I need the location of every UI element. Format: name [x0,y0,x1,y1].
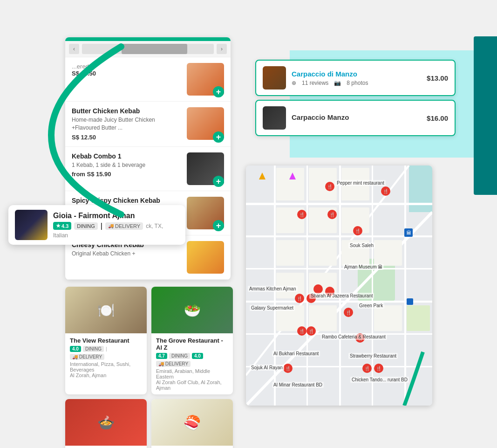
menu-item-1-desc: Home-made Juicy Butter Chicken +Flavoure… [72,116,183,132]
menu-item-1-name: Butter Chicken Kebab [72,107,183,115]
restaurant-thumbnail [15,210,48,240]
grove-restaurant-rating2: 4.0 [192,353,203,359]
map-label-pepper: Pepper mint restaurant [335,180,386,186]
menu-item-2-info: Kebab Combo 1 1 Kebab, 1 side & 1 bevera… [72,152,187,178]
svg-text:🍴: 🍴 [297,296,303,302]
svg-text:🍴: 🍴 [299,212,305,218]
map-label-galaxy: Galaxy Supermarket [250,305,295,311]
menu-item-3-add-btn[interactable]: + [213,220,224,231]
grove-restaurant-location: Al Zorah Golf Club, Al Zorah, Ajman [156,379,228,391]
view-restaurant-rating: 4.0 [70,346,81,352]
restaurant-cuisine: Italian [53,232,179,239]
view-restaurant-body: The View Restaurant 4.0 DINING | 🚚 DELIV… [65,333,147,382]
menu-item-4-desc: Original Kebab Chicken + [72,250,183,258]
gioia-restaurant-body: Gioia - Fairmont Ajman 4.3 DINING [151,446,233,448]
menu-item-1-info: Butter Chicken Kebab Home-made Juicy But… [72,107,187,141]
svg-rect-30 [374,305,402,331]
teal-side-bar [474,36,497,195]
menu-item-0-info: ...ered S$ 10.50 [72,63,187,77]
restaurant-grid: 🍽️ The View Restaurant 4.0 DINING | 🚚 DE… [65,287,238,448]
svg-rect-13 [404,165,406,406]
menu-item-1: Butter Chicken Kebab Home-made Juicy But… [65,102,231,147]
result-2-name: Carpaccio Manzo [292,113,427,121]
map-panel[interactable]: 🍴 🍴 🍴 🍴 🍴 🏛 🍴 🍴 🍴 [246,165,432,406]
view-restaurant-location: Al Zorah, Ajman [70,372,142,378]
menu-item-4-img [187,241,224,274]
map-label-sojuk: Sojuk Al Rayan [250,365,284,371]
result-1-meta: ⊕ 11 reviews 📷 8 photos [292,80,427,86]
restaurant-name: Gioia - Fairmont Ajman [53,212,179,220]
menu-item-1-add-btn[interactable]: + [213,131,224,143]
grove-restaurant-img: 🥗 [151,287,233,333]
svg-rect-23 [309,240,337,266]
scroll-right-btn[interactable]: › [217,44,227,54]
result-2-price: $16.00 [427,114,448,122]
result-2-thumbnail [263,106,286,130]
partial-location: ck, TX, [146,223,163,229]
grid-card-view-restaurant[interactable]: 🍽️ The View Restaurant 4.0 DINING | 🚚 DE… [65,287,147,394]
svg-text:🍴: 🍴 [308,328,314,334]
svg-rect-16 [276,168,304,200]
grove-restaurant-dining: DINING [169,353,190,359]
svg-rect-10 [306,165,308,406]
result-1-name: Carpaccio di Manzo [292,70,427,78]
menu-item-0-add-btn[interactable]: + [213,86,224,97]
map-label-ammas: Ammas Kitchen Ajman [248,286,298,292]
svg-text:🍴: 🍴 [346,310,352,316]
grove-restaurant-rating: 4.7 [156,353,167,359]
restaurant-rating-value: 4.3 [61,223,68,229]
map-label-al-minar: Al Minar Restaurant BD [272,382,324,388]
restaurant-rating-badge: ★ 4.3 [53,222,71,230]
menu-item-2-desc: 1 Kebab, 1 side & 1 beverage [72,161,183,169]
result-1-price: $13.00 [427,74,448,82]
svg-text:🏛: 🏛 [406,230,411,235]
restaurant-tag-delivery: 🚚 DELIVERY [105,222,143,230]
search-result-1[interactable]: Carpaccio di Manzo ⊕ 11 reviews 📷 8 phot… [255,60,456,96]
scroll-thumb [122,44,188,54]
map-background: 🍴 🍴 🍴 🍴 🍴 🏛 🍴 🍴 🍴 [246,165,432,406]
map-label-al-bukhari: Al Bukhari Restaurant [272,351,320,357]
map-label-green-park: Green Park [358,303,384,309]
menu-item-0-partial: ...ered [72,63,183,70]
menu-item-2-name: Kebab Combo 1 [72,152,183,160]
grove-restaurant-body: The Grove Restaurant - Al Z 4.7 DINING 4… [151,333,233,394]
view-restaurant-img: 🍽️ [65,287,147,333]
svg-rect-46 [407,298,413,305]
map-label-souk: Souk Saleh [348,242,375,248]
menu-item-0-price: S$ 10.50 [72,70,183,77]
svg-rect-11 [339,165,341,406]
search-results-panel: Carpaccio di Manzo ⊕ 11 reviews 📷 8 phot… [255,60,456,140]
view-restaurant-cuisine: International, Pizza, Sushi, Beverages [70,361,142,372]
result-1-reviews: 11 reviews [302,80,328,86]
dining-label: DINING [77,223,95,229]
svg-text:🍴: 🍴 [383,188,389,194]
map-label-ajman-museum: Ajman Museum 🏛 [343,264,384,270]
svg-text:🍴: 🍴 [327,184,333,190]
menu-item-2-add-btn[interactable]: + [213,176,224,187]
svg-text:🍴: 🍴 [285,365,291,372]
search-result-2[interactable]: Carpaccio Manzo $16.00 [255,100,456,136]
menu-panel-header [65,37,231,41]
grid-card-themar[interactable]: 🍲 Themar Al Bahar Restaurant 4.0 DINING [65,399,147,448]
gioia-restaurant-img: 🍣 [151,399,233,446]
grid-card-gioia[interactable]: 🍣 Gioia - Fairmont Ajman 4.3 DINING [151,399,233,448]
star-icon: ★ [56,223,61,229]
menu-item-3-name: Spicy Crispy Chicken Kebab [72,197,183,204]
restaurant-tag-dining: DINING [74,222,98,230]
menu-item-1-price: S$ 12.50 [72,134,183,141]
svg-text:🍴: 🍴 [329,212,335,218]
svg-text:🍴: 🍴 [376,365,382,372]
svg-text:🍴: 🍴 [364,365,370,372]
svg-text:🍴: 🍴 [299,328,305,334]
restaurant-tags: ★ 4.3 DINING | 🚚 DELIVERY ck, TX, [53,222,179,230]
themar-restaurant-body: Themar Al Bahar Restaurant 4.0 DINING [65,446,147,448]
view-restaurant-dining: DINING [83,346,104,352]
map-label-sharah: Sharah Al Jazeera Restaurant [309,293,374,299]
grid-card-grove-restaurant[interactable]: 🥗 The Grove Restaurant - Al Z 4.7 DINING… [151,287,233,394]
view-restaurant-name: The View Restaurant [70,337,142,344]
svg-rect-31 [407,305,430,331]
grove-restaurant-delivery: 🚚 DELIVERY [156,361,191,367]
result-1-info: Carpaccio di Manzo ⊕ 11 reviews 📷 8 phot… [292,70,427,86]
svg-rect-12 [372,165,373,406]
scroll-left-btn[interactable]: ‹ [69,44,79,54]
